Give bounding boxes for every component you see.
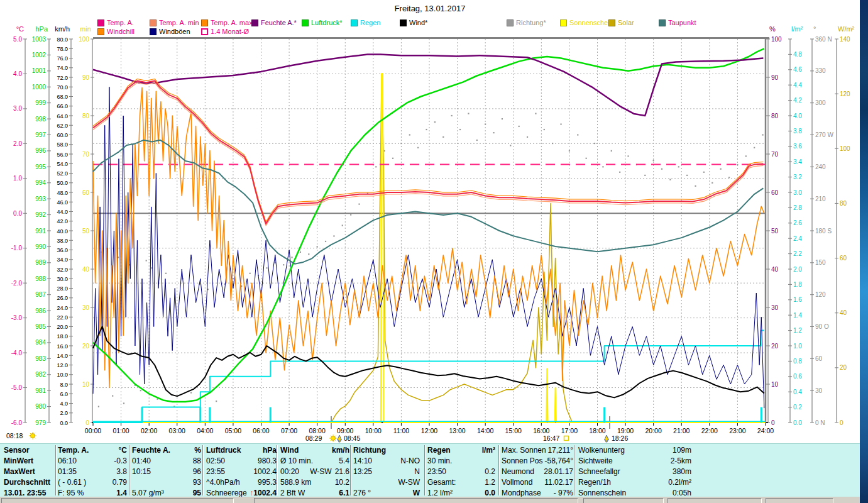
table-col-temp-a-: Temp. A.°C06:10-0.301:353.8( - 0.61 )0.7… bbox=[58, 445, 127, 499]
legend-item-luftdruck-[interactable]: Luftdruck* bbox=[302, 19, 343, 26]
legend-swatch-icon bbox=[659, 19, 666, 26]
svg-text:150: 150 bbox=[815, 259, 826, 266]
status-bar bbox=[0, 497, 860, 503]
svg-text:60: 60 bbox=[815, 355, 823, 362]
legend-item-label: Richtung* bbox=[516, 19, 546, 26]
axis-pct: 0102030405060708090100% bbox=[766, 25, 782, 426]
svg-text:15:00: 15:00 bbox=[505, 427, 522, 434]
svg-text:80.0: 80.0 bbox=[57, 36, 68, 43]
svg-text:2.4: 2.4 bbox=[793, 235, 802, 242]
svg-text:00:00: 00:00 bbox=[85, 427, 101, 434]
astro-marker-label: 18:26 bbox=[612, 434, 628, 442]
x-axis: 00:0001:0002:0003:0004:0005:0006:0007:00… bbox=[85, 416, 774, 434]
svg-text:4.0: 4.0 bbox=[793, 113, 802, 119]
svg-text:0.6: 0.6 bbox=[793, 373, 802, 380]
legend-item-windchill[interactable]: Windchill bbox=[97, 28, 135, 35]
svg-text:998: 998 bbox=[35, 116, 46, 123]
svg-text:14:00: 14:00 bbox=[477, 427, 493, 434]
table-row: 588.9 km10.2 bbox=[280, 477, 349, 488]
svg-text:22:00: 22:00 bbox=[701, 427, 718, 434]
status-segment bbox=[766, 498, 833, 503]
svg-text:40.0: 40.0 bbox=[57, 228, 68, 235]
astro-marker-label: 08:29 bbox=[305, 434, 322, 442]
series-richtung bbox=[98, 113, 764, 407]
svg-text:-4.0: -4.0 bbox=[11, 350, 23, 357]
table-row: 06:10-0.3 bbox=[58, 456, 127, 467]
svg-text:-3.0: -3.0 bbox=[11, 314, 23, 321]
svg-text:982: 982 bbox=[35, 371, 46, 378]
table-separator bbox=[498, 445, 500, 495]
table-col-header: Richtung bbox=[353, 445, 420, 456]
table-separator bbox=[202, 445, 204, 495]
table-col-header: LuftdruckhPa bbox=[206, 445, 277, 456]
table-row: Gesamt:1.2 bbox=[427, 477, 495, 488]
axis-lm2: 0.00.20.40.60.81.01.21.41.61.82.02.22.42… bbox=[788, 25, 803, 426]
legend-item-richtung-[interactable]: Richtung* bbox=[507, 19, 546, 26]
legend-item-label: Temp. A. max bbox=[211, 19, 253, 26]
series-solar bbox=[93, 75, 766, 423]
legend-item-sonnenschein[interactable]: Sonnenschein bbox=[560, 19, 613, 26]
svg-text:210: 210 bbox=[815, 196, 826, 202]
summary-table: SensorMinWertMaxWertDurchschnitt13.01. 2… bbox=[0, 443, 860, 497]
legend-item-solar[interactable]: Solar bbox=[608, 19, 634, 26]
table-col-sensor: SensorMinWertMaxWertDurchschnitt13.01. 2… bbox=[4, 445, 54, 499]
svg-text:20: 20 bbox=[82, 343, 90, 350]
svg-text:4.6: 4.6 bbox=[793, 66, 802, 73]
table-row: 00:20W-SW21.6 bbox=[280, 467, 349, 477]
svg-text:1.8: 1.8 bbox=[793, 281, 802, 288]
svg-text:17:00: 17:00 bbox=[561, 427, 578, 434]
svg-text:03:00: 03:00 bbox=[169, 427, 185, 434]
table-separator bbox=[55, 445, 57, 495]
legend-item-1-4-monat-[interactable]: 1.4 Monat-Ø bbox=[201, 28, 249, 35]
svg-text:W/m²: W/m² bbox=[838, 25, 855, 33]
svg-text:24:00: 24:00 bbox=[757, 427, 774, 434]
svg-text:0.0: 0.0 bbox=[793, 419, 802, 426]
legend-item-wind-[interactable]: Wind* bbox=[400, 19, 427, 26]
svg-text:30.0: 30.0 bbox=[57, 276, 68, 282]
table-row-header: MinWert bbox=[4, 456, 54, 467]
legend-item-label: Luftdruck* bbox=[311, 19, 343, 26]
svg-text:980: 980 bbox=[35, 403, 46, 410]
page-title: Freitag, 13.01.2017 bbox=[0, 4, 860, 13]
svg-text:38.0: 38.0 bbox=[57, 238, 68, 244]
legend-item-temp-a-[interactable]: Temp. A. bbox=[97, 19, 134, 26]
svg-text:3.0: 3.0 bbox=[793, 189, 802, 196]
svg-text:0.2: 0.2 bbox=[793, 404, 802, 411]
svg-text:°C: °C bbox=[16, 25, 24, 33]
wswin-window: -6.0-5.0-4.0-3.0-2.0-1.00.01.02.03.04.05… bbox=[0, 0, 860, 503]
table-row: 23:551002.4 bbox=[206, 467, 277, 477]
sunset-square-icon bbox=[564, 436, 569, 441]
svg-text:-5.0: -5.0 bbox=[11, 384, 23, 391]
svg-text:996: 996 bbox=[35, 147, 46, 154]
table-row: 14:10N-NO bbox=[353, 456, 420, 467]
legend-item-windb-en[interactable]: Windböen bbox=[150, 28, 190, 35]
table-col-regen: Regenl/m²30 min.23:500.2Gesamt:1.21.2 l/… bbox=[427, 445, 495, 499]
legend-item-label: Temp. A. min bbox=[159, 19, 199, 26]
legend-swatch-icon bbox=[150, 19, 157, 26]
svg-text:270 W: 270 W bbox=[815, 131, 833, 138]
legend-item-taupunkt[interactable]: Taupunkt bbox=[659, 19, 696, 26]
svg-text:40: 40 bbox=[82, 266, 90, 273]
svg-text:1002: 1002 bbox=[32, 52, 47, 58]
svg-text:981: 981 bbox=[35, 387, 46, 394]
legend-swatch-icon bbox=[97, 28, 104, 35]
svg-text:21:00: 21:00 bbox=[673, 427, 689, 434]
svg-text:64.0: 64.0 bbox=[57, 113, 68, 119]
legend-item-regen[interactable]: Regen bbox=[351, 19, 380, 26]
table-col-max-sonnen: Max. Sonnen17,211°Sonnen Pos-58,764°Neum… bbox=[502, 445, 573, 499]
series-regen_30min bbox=[142, 407, 761, 423]
svg-text:58.0: 58.0 bbox=[57, 141, 68, 148]
svg-text:50.0: 50.0 bbox=[57, 180, 68, 186]
legend-item-feuchte-a-[interactable]: Feuchte A.* bbox=[251, 19, 297, 26]
svg-text:4.0: 4.0 bbox=[60, 401, 68, 407]
legend-item-temp-a-max[interactable]: Temp. A. max bbox=[201, 19, 253, 26]
table-col-header: Wolkenunterg109m bbox=[578, 445, 691, 456]
svg-text:46.0: 46.0 bbox=[57, 199, 68, 206]
legend-item-temp-a-min[interactable]: Temp. A. min bbox=[150, 19, 199, 26]
legend-swatch-icon bbox=[201, 28, 208, 35]
table-col-wind: Windkm/hØ 10 min.5.400:20W-SW21.6588.9 k… bbox=[280, 445, 349, 499]
svg-text:90: 90 bbox=[82, 74, 90, 81]
weather-chart: -6.0-5.0-4.0-3.0-2.0-1.00.01.02.03.04.05… bbox=[0, 0, 860, 503]
svg-text:36.0: 36.0 bbox=[57, 247, 68, 253]
svg-text:2.8: 2.8 bbox=[793, 204, 802, 211]
